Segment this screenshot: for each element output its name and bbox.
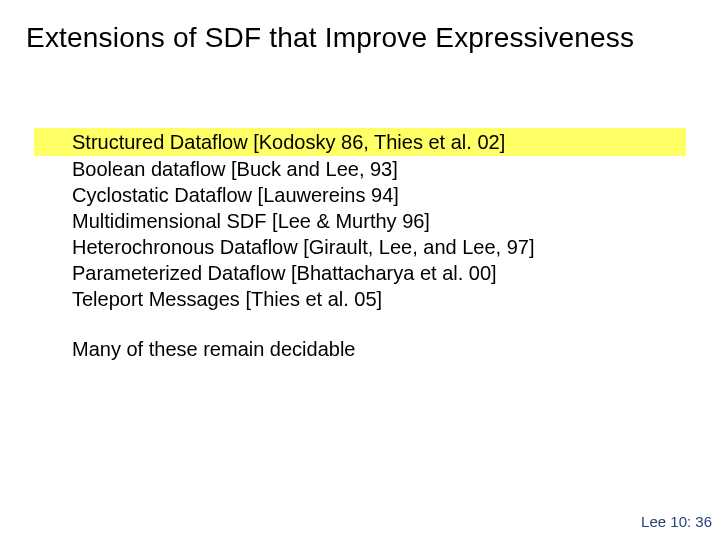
list-item: Boolean dataflow [Buck and Lee, 93] [34,156,686,182]
list-item: Teleport Messages [Thies et al. 05] [34,286,686,312]
list-item: Parameterized Dataflow [Bhattacharya et … [34,260,686,286]
highlighted-item: Structured Dataflow [Kodosky 86, Thies e… [34,128,686,156]
list-item: Heterochronous Dataflow [Girault, Lee, a… [34,234,686,260]
slide: Extensions of SDF that Improve Expressiv… [0,0,720,540]
body-content: Structured Dataflow [Kodosky 86, Thies e… [34,128,686,362]
note-line: Many of these remain decidable [34,336,686,362]
list-item: Cyclostatic Dataflow [Lauwereins 94] [34,182,686,208]
list-item: Structured Dataflow [Kodosky 86, Thies e… [34,128,686,156]
spacer [34,312,686,336]
list-item: Multidimensional SDF [Lee & Murthy 96] [34,208,686,234]
slide-footer: Lee 10: 36 [641,513,712,530]
slide-title: Extensions of SDF that Improve Expressiv… [26,22,700,54]
